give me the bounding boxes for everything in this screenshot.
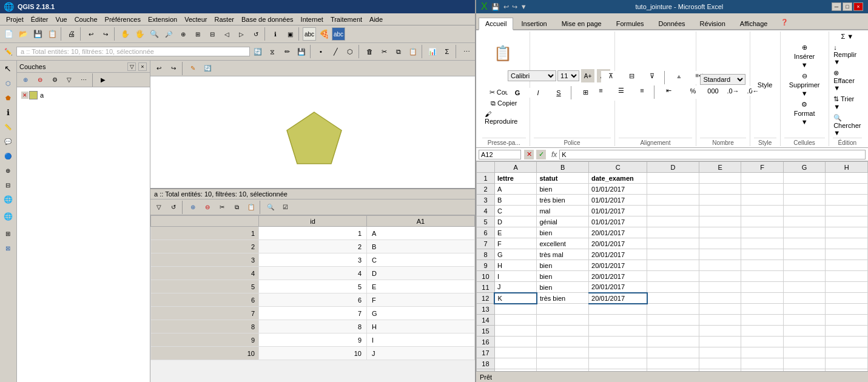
- cell-g2[interactable]: [783, 184, 826, 195]
- fill-btn[interactable]: ↓ Remplir ▼: [831, 42, 863, 67]
- cell-h7[interactable]: [826, 238, 868, 249]
- layer-close-icon[interactable]: ✕: [21, 92, 29, 99]
- cell-f13[interactable]: [741, 304, 784, 315]
- cell-c15[interactable]: [589, 326, 647, 337]
- cell-h10[interactable]: [826, 271, 868, 282]
- cell-g3[interactable]: [783, 195, 826, 206]
- tab-donnees[interactable]: Données: [652, 18, 692, 29]
- redo-quick-btn[interactable]: ↪: [512, 3, 517, 10]
- cell-g9[interactable]: [783, 260, 826, 271]
- layers-close-btn[interactable]: ×: [138, 62, 147, 71]
- copy-btn[interactable]: ⧉: [392, 45, 405, 58]
- cell-d9[interactable]: [647, 260, 699, 271]
- cell-name-box[interactable]: [479, 150, 521, 159]
- cell-b16[interactable]: [537, 337, 589, 347]
- table-row[interactable]: 9Hbien20/01/2017: [477, 260, 868, 271]
- cell-g6[interactable]: [783, 227, 826, 238]
- cell-e11[interactable]: [699, 282, 741, 293]
- excel-spreadsheet[interactable]: A B C D E F G H 1lettrestatutdate_examen…: [476, 161, 868, 371]
- cell-e2[interactable]: [699, 184, 741, 195]
- row-num-11[interactable]: 11: [477, 282, 495, 293]
- extras-tool[interactable]: ⊠: [1, 241, 15, 255]
- layers-minimize-btn[interactable]: ▽: [127, 62, 136, 71]
- cell-c11[interactable]: 20/01/2017: [589, 282, 647, 293]
- cell-b12[interactable]: très bien: [537, 293, 589, 304]
- col-a1[interactable]: A1: [367, 216, 475, 227]
- sort-btn[interactable]: ⇅ Trier ▼: [831, 94, 863, 112]
- row-num-2[interactable]: 2: [477, 184, 495, 195]
- identify-tool[interactable]: ℹ: [1, 106, 15, 119]
- cell-c4[interactable]: 01/01/2017: [589, 206, 647, 216]
- cell-id[interactable]: 4: [259, 267, 367, 280]
- cell-h15[interactable]: [826, 326, 868, 337]
- row-num-6[interactable]: 6: [477, 227, 495, 238]
- excel-close-btn[interactable]: ×: [853, 2, 863, 11]
- menu-aide[interactable]: Aide: [366, 15, 386, 24]
- cell-g7[interactable]: [783, 238, 826, 249]
- cell-h4[interactable]: [826, 206, 868, 216]
- cell-id[interactable]: 6: [259, 293, 367, 307]
- new-project-btn[interactable]: 📄: [2, 27, 15, 41]
- table-row[interactable]: 2 2 B: [151, 240, 475, 253]
- cell-f7[interactable]: [741, 238, 784, 249]
- row-num-14[interactable]: 14: [477, 315, 495, 326]
- cell-f14[interactable]: [741, 315, 784, 326]
- row-num-18[interactable]: 18: [477, 358, 495, 369]
- cell-d3[interactable]: [647, 195, 699, 206]
- add-layer-btn[interactable]: ⊕: [19, 73, 32, 87]
- ribbon-help-btn[interactable]: ❓: [778, 15, 791, 28]
- cell-d14[interactable]: [647, 315, 699, 326]
- col-E-header[interactable]: E: [699, 162, 741, 173]
- canvas-edit-btn[interactable]: ✎: [186, 62, 200, 75]
- cell-f4[interactable]: [741, 206, 784, 216]
- table-row[interactable]: 8 8 H: [151, 320, 475, 333]
- cell-a1[interactable]: A: [367, 227, 475, 240]
- table-row[interactable]: 8Gtrès mal20/01/2017: [477, 249, 868, 260]
- table-row[interactable]: 4 4 D: [151, 267, 475, 280]
- attr-tb-paste-btn[interactable]: 📋: [244, 201, 258, 214]
- table-row[interactable]: 7 7 G: [151, 307, 475, 320]
- cell-a14[interactable]: [494, 315, 537, 326]
- table-row[interactable]: 4Cmal01/01/2017: [477, 206, 868, 216]
- cell-c7[interactable]: 20/01/2017: [589, 238, 647, 249]
- cell-a13[interactable]: [494, 304, 537, 315]
- cell-c14[interactable]: [589, 315, 647, 326]
- cell-d1[interactable]: [647, 173, 699, 184]
- select-tool[interactable]: ↖: [1, 62, 15, 75]
- cell-d13[interactable]: [647, 304, 699, 315]
- row-num-12[interactable]: 12: [477, 293, 495, 304]
- cut-btn[interactable]: ✂: [377, 45, 391, 58]
- select-btn[interactable]: ▣: [283, 27, 297, 41]
- zoom-prev-btn[interactable]: ◁: [220, 27, 234, 41]
- zoom-sel-tool[interactable]: ⊟: [1, 178, 15, 192]
- excel-minimize-btn[interactable]: ─: [832, 2, 841, 11]
- cell-f18[interactable]: [741, 358, 784, 369]
- cell-h6[interactable]: [826, 227, 868, 238]
- cell-id[interactable]: 10: [259, 347, 367, 360]
- row-num-1[interactable]: 1: [477, 173, 495, 184]
- attr-tb-search-btn[interactable]: 🔍: [264, 201, 277, 214]
- tab-insertion[interactable]: Insertion: [514, 18, 553, 29]
- cell-a5[interactable]: D: [494, 216, 537, 227]
- save-as-btn[interactable]: 📋: [45, 27, 59, 41]
- qgis-map-canvas[interactable]: ↩ ↪ ✎ 🔄 a :: Total entités: 10: [150, 61, 475, 382]
- layer-more-btn[interactable]: ⋯: [77, 73, 90, 87]
- globe2-tool[interactable]: 🌐: [1, 210, 15, 223]
- table-row[interactable]: 2Abien01/01/2017: [477, 184, 868, 195]
- cell-d6[interactable]: [647, 227, 699, 238]
- row-num-15[interactable]: 15: [477, 326, 495, 337]
- table-row[interactable]: 1lettrestatutdate_examen: [477, 173, 868, 184]
- row-num-10[interactable]: 10: [477, 271, 495, 282]
- cell-a3[interactable]: B: [494, 195, 537, 206]
- align-middle-btn[interactable]: ⊟: [622, 71, 641, 84]
- cell-c6[interactable]: 20/01/2017: [589, 227, 647, 238]
- cell-d4[interactable]: [647, 206, 699, 216]
- cell-g12[interactable]: [783, 293, 826, 304]
- cell-e8[interactable]: [699, 249, 741, 260]
- cell-g14[interactable]: [783, 315, 826, 326]
- cell-f5[interactable]: [741, 216, 784, 227]
- col-C-header[interactable]: C: [589, 162, 647, 173]
- cell-c12[interactable]: 20/01/2017: [589, 293, 647, 304]
- cell-id[interactable]: 7: [259, 307, 367, 320]
- underline-button[interactable]: S: [549, 88, 568, 98]
